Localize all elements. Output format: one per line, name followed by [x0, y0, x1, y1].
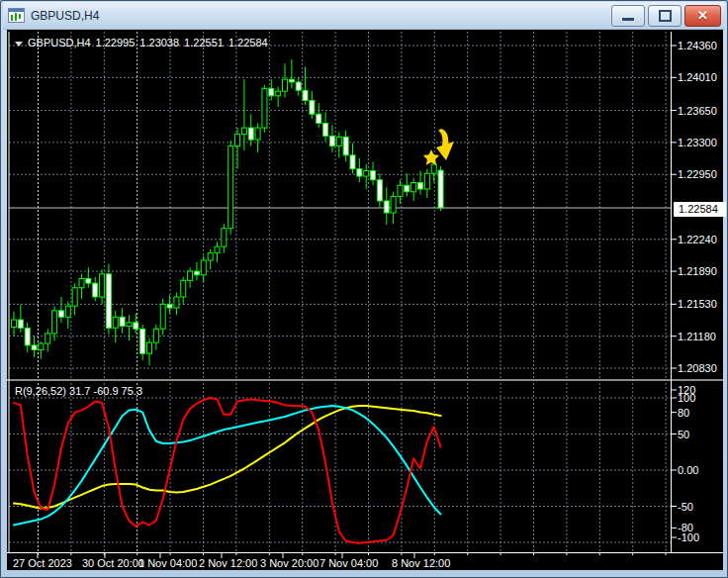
candle-body: [65, 306, 70, 317]
candle-body: [201, 260, 206, 275]
chart-canvas[interactable]: 1.243601.240101.236501.233001.229501.222…: [7, 30, 723, 570]
chart-client-area: 1.243601.240101.236501.233001.229501.222…: [7, 30, 723, 570]
candle-body: [317, 114, 321, 123]
mt4-chart-window: GBPUSD,H4 ✕ 1.243601.240101.236501.23300…: [0, 0, 728, 578]
price-axis-label: 1.23650: [678, 105, 717, 117]
price-axis-label: 1.22950: [678, 168, 717, 180]
restore-icon: [659, 10, 672, 22]
candle-body: [18, 320, 23, 328]
candle-body: [160, 304, 165, 329]
candle-body: [215, 246, 220, 252]
candle-body: [296, 82, 301, 90]
time-axis-label: 8 Nov 12:00: [392, 557, 450, 569]
restore-button[interactable]: [648, 5, 682, 27]
candle-body: [174, 297, 179, 308]
indicator-axis-label: 50: [678, 429, 689, 440]
candle-body: [86, 278, 91, 283]
indicator-axis-label: 80: [678, 407, 689, 419]
star-icon[interactable]: [423, 149, 439, 165]
candle-body: [39, 343, 44, 349]
candle-body: [153, 329, 158, 342]
candle-body: [79, 278, 84, 287]
candle-body: [424, 173, 429, 189]
candle-body: [329, 136, 334, 145]
indicator-label: R(9,26,52) 31.7 -60.9 75.3: [15, 385, 142, 397]
candle-body: [350, 155, 355, 169]
minimize-button[interactable]: [611, 5, 645, 27]
candle-body: [32, 345, 37, 350]
time-axis-label: 2 Nov 12:00: [199, 557, 257, 569]
candle-body: [248, 128, 253, 140]
candle-body: [438, 170, 443, 208]
bid-price-box: 1.22584: [674, 202, 726, 217]
candle-body: [147, 342, 152, 353]
candle-body: [181, 280, 186, 297]
price-axis-label: 1.21180: [678, 331, 716, 342]
symbol-dropdown-icon[interactable]: [15, 42, 23, 47]
candle-body: [303, 90, 308, 100]
titlebar[interactable]: GBPUSD,H4 ✕: [3, 2, 725, 30]
candlestick-series: [12, 59, 444, 365]
header-close: 1.22584: [228, 37, 268, 48]
close-button[interactable]: ✕: [684, 5, 721, 27]
candle-body: [12, 320, 17, 327]
price-axis-label: 1.21890: [678, 265, 717, 277]
candle-body: [357, 169, 362, 176]
indicator-line-yellow: [14, 406, 441, 509]
candle-body: [106, 274, 111, 328]
candle-body: [289, 79, 294, 82]
close-icon: ✕: [697, 9, 708, 22]
candle-body: [167, 304, 172, 308]
candle-body: [323, 123, 328, 136]
candle-body: [100, 274, 105, 297]
header-high: 1.23038: [139, 37, 179, 48]
candle-body: [431, 164, 436, 173]
price-axis-label: 1.21530: [678, 298, 717, 310]
candle-body: [194, 271, 199, 275]
candle-body: [235, 135, 240, 146]
indicator-axis-label: -50: [678, 501, 693, 513]
time-axis-label: 3 Nov 20:00: [260, 557, 318, 569]
candle-body: [140, 329, 145, 353]
indicator-axis-label: 100: [678, 392, 695, 404]
candle-body: [269, 88, 274, 95]
candle-body: [188, 271, 193, 280]
header-open: 1.22995: [96, 37, 136, 48]
candle-body: [418, 183, 423, 189]
indicator-axis-label: 0.00: [678, 464, 698, 476]
time-axis-label: 1 Nov 04:00: [138, 557, 197, 569]
candle-body: [222, 229, 227, 246]
price-axis-label: 1.20830: [678, 362, 717, 374]
candle-body: [127, 323, 132, 327]
candle-body: [343, 137, 348, 154]
candle-body: [310, 100, 315, 114]
pane-splitter[interactable]: [7, 379, 723, 381]
indicator-axis-label: -100: [678, 531, 699, 543]
candle-body: [262, 88, 267, 128]
price-axis-label: 1.22240: [678, 234, 717, 245]
candle-body: [134, 323, 138, 329]
chart-ohlc-header: GBPUSD,H41.229951.230381.225511.22584: [15, 37, 273, 48]
candle-body: [52, 311, 57, 334]
candle-body: [46, 334, 50, 343]
price-axis-label: 1.24360: [678, 40, 717, 51]
time-axis-label: 30 Oct 20:00: [82, 557, 144, 569]
candle-body: [371, 171, 376, 180]
chart-window-icon: [8, 8, 25, 23]
price-axis-label: 1.24010: [678, 71, 717, 83]
time-axis-label: 7 Nov 04:00: [319, 557, 378, 569]
candle-body: [255, 128, 260, 140]
candle-body: [276, 91, 281, 96]
candle-body: [208, 253, 213, 260]
candle-body: [283, 79, 288, 91]
candle-body: [411, 183, 416, 192]
candle-body: [228, 146, 233, 229]
candle-body: [241, 128, 246, 134]
candle-body: [336, 137, 341, 145]
candle-body: [364, 171, 369, 177]
indicator-line-cyan: [14, 406, 441, 526]
time-axis-label: 27 Oct 2023: [13, 557, 72, 569]
candle-body: [58, 311, 63, 317]
minimize-icon: [622, 18, 634, 21]
candle-body: [384, 201, 389, 213]
